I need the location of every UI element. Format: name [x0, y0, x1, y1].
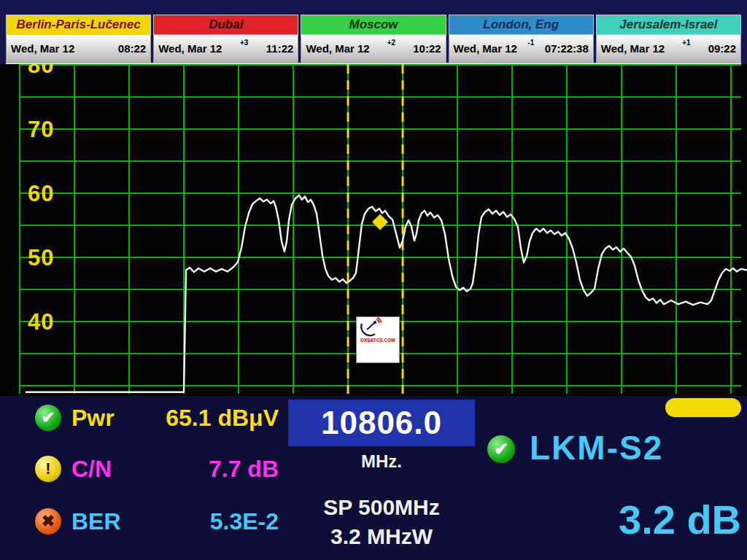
clock-dubai: Dubai Wed, Mar 12 +3 11:22 [153, 15, 298, 63]
margin-value: 3.2 dB [619, 499, 741, 540]
clock-time: 09:22 [708, 42, 736, 55]
cn-warning-icon: ! [35, 456, 61, 482]
readout-panel: ✔ Pwr 65.1 dBμV 10806.0 MHz. ! C/N 7.7 d… [0, 396, 747, 560]
clock-berlin: Berlin-Paris-Lučenec Wed, Mar 12 08:22 [6, 15, 151, 63]
clock-city-label: Jerusalem-Israel [596, 15, 741, 35]
y-axis-label: 80 [28, 64, 54, 77]
yellow-indicator-pill [665, 398, 741, 417]
clock-time-row: Wed, Mar 12 +2 10:22 [301, 35, 446, 63]
clock-date: Wed, Mar 12 [454, 42, 517, 55]
y-axis-label: 50 [28, 246, 54, 269]
clock-time-row: Wed, Mar 12 -1 07:22:38 [449, 35, 594, 63]
clock-date: Wed, Mar 12 [601, 42, 665, 55]
ber-label: BER [71, 510, 121, 533]
pwr-label: Pwr [71, 406, 115, 429]
clock-city-label: Moscow [301, 15, 446, 35]
clock-utc-offset: +3 [240, 39, 248, 47]
clock-utc-offset: +2 [387, 39, 395, 47]
frequency-readout[interactable]: 10806.0 [288, 400, 475, 446]
y-axis-label: 70 [28, 118, 54, 141]
clock-time-row: Wed, Mar 12 +3 11:22 [153, 35, 298, 63]
clock-time: 11:22 [266, 42, 294, 55]
clock-city-label: Dubai [153, 15, 298, 35]
span-setting: SP 500MHz [281, 495, 482, 520]
satellite-meter-screen: Berlin-Paris-Lučenec Wed, Mar 12 08:22 D… [0, 0, 747, 560]
clock-time-row: Wed, Mar 12 08:22 [6, 35, 151, 63]
lock-status-ok-icon: ✔ [487, 435, 515, 463]
clock-london: London, Eng Wed, Mar 12 -1 07:22:38 [449, 15, 594, 63]
clock-utc-offset: -1 [527, 39, 534, 47]
bandwidth-setting: 3.2 MHzW [281, 524, 482, 549]
ber-value: 5.3E-2 [117, 510, 279, 533]
pwr-value: 65.1 dBμV [117, 406, 279, 429]
clock-time-row: Wed, Mar 12 +1 09:22 [596, 35, 741, 63]
watermark-badge: DXSATCS.COM [356, 316, 400, 363]
lock-mode-label: LKM-S2 [530, 431, 663, 464]
clock-time: 08:22 [118, 42, 146, 55]
cn-label: C/N [71, 457, 112, 481]
clock-time: 07:22:38 [545, 42, 589, 55]
clock-moscow: Moscow Wed, Mar 12 +2 10:22 [301, 15, 446, 63]
frequency-unit: MHz. [288, 451, 475, 472]
world-clock-bar: Berlin-Paris-Lučenec Wed, Mar 12 08:22 D… [6, 15, 741, 64]
clock-city-label: Berlin-Paris-Lučenec [6, 15, 151, 35]
clock-date: Wed, Mar 12 [11, 42, 74, 55]
center-marker-diamond [372, 214, 388, 230]
cn-value: 7.7 dB [117, 457, 279, 481]
y-axis-label: 40 [28, 311, 54, 333]
clock-date: Wed, Mar 12 [158, 42, 222, 55]
spectrum-area: DXSATCS.COM 8070605040 [0, 64, 747, 396]
satellite-dish-icon [357, 317, 382, 341]
clock-city-label: London, Eng [449, 15, 594, 35]
clock-jerusalem: Jerusalem-Israel Wed, Mar 12 +1 09:22 [596, 15, 741, 63]
frequency-value: 10806.0 [321, 405, 442, 441]
clock-date: Wed, Mar 12 [306, 42, 369, 55]
pwr-status-ok-icon: ✔ [35, 405, 61, 431]
clock-time: 10:22 [413, 42, 441, 55]
ber-fail-icon: ✖ [35, 508, 61, 534]
y-axis-label: 60 [28, 182, 54, 205]
clock-utc-offset: +1 [682, 39, 690, 47]
